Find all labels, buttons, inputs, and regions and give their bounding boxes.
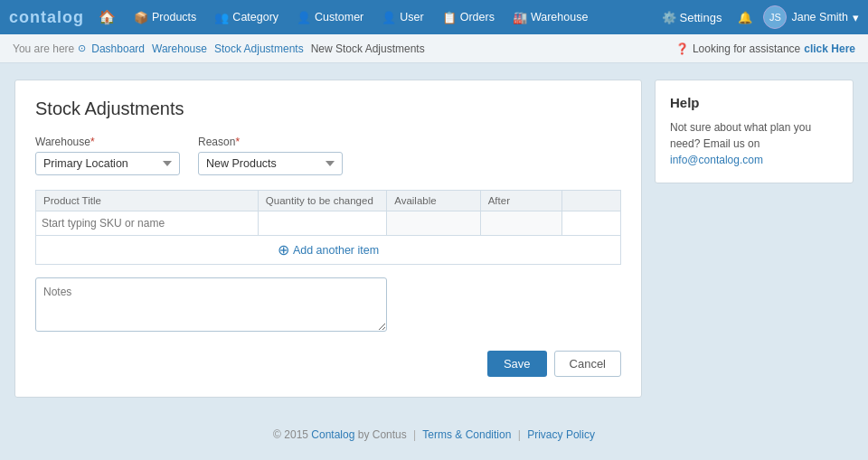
user-name: Jane Smith (791, 11, 848, 23)
stock-table: Product Title Quantity to be changed Ava… (35, 190, 621, 265)
nav-items: 📦 Products 👥 Category 👤 Customer 👤 User … (125, 0, 656, 34)
avatar-initials: JS (769, 12, 781, 23)
warehouse-group: Warehouse* Primary Location Secondary Lo… (35, 136, 180, 175)
help-circle-icon: ❓ (675, 42, 689, 55)
footer: © 2015 Contalog by Contus | Terms & Cond… (0, 414, 868, 450)
avatar: JS (763, 5, 787, 29)
nav-label-user: User (400, 11, 423, 23)
help-body: Not sure about what plan you need? Email… (670, 119, 838, 168)
nav-item-orders[interactable]: 📋 Orders (433, 0, 504, 34)
warehouse-icon: 🏭 (513, 11, 527, 24)
page-title: Stock Adjustments (35, 99, 621, 119)
footer-brand-link[interactable]: Contalog (311, 428, 354, 441)
qty-cell (258, 211, 386, 236)
footer-terms-link[interactable]: Terms & Condition (422, 428, 511, 441)
bell-nav-item[interactable]: 🔔 (732, 11, 758, 24)
nav-item-products[interactable]: 📦 Products (125, 0, 205, 34)
col-available: Available (387, 191, 481, 211)
help-link[interactable]: click Here (804, 42, 855, 55)
plus-icon: ⊕ (278, 241, 289, 258)
chevron-down-icon: ▾ (853, 11, 859, 24)
nav-item-customer[interactable]: 👤 Customer (288, 0, 373, 34)
logo-text: conta (9, 8, 57, 26)
reason-select[interactable]: New Products Damaged Returned Other (198, 152, 343, 175)
warehouse-select[interactable]: Primary Location Secondary Location (35, 152, 180, 175)
after-cell (480, 211, 562, 236)
add-item-label: Add another item (293, 244, 379, 257)
settings-icon: ⚙️ (662, 11, 676, 24)
reason-label: Reason* (198, 136, 343, 148)
products-icon: 📦 (134, 11, 148, 24)
footer-sep-2: | (518, 428, 521, 441)
category-icon: 👥 (214, 11, 229, 24)
breadcrumb-warehouse[interactable]: Warehouse (152, 42, 207, 55)
nav-right: ⚙️ Settings 🔔 JS Jane Smith ▾ (656, 5, 859, 29)
orders-icon: 📋 (442, 11, 457, 24)
form-actions: Save Cancel (35, 351, 621, 377)
add-item-row: ⊕ Add another item (36, 236, 621, 265)
nav-label-category: Category (232, 11, 278, 23)
sku-input[interactable] (42, 215, 252, 231)
notes-textarea[interactable] (35, 277, 387, 332)
help-text-body: Not sure about what plan you need? Email… (670, 121, 811, 150)
home-icon-bc: ⊙ (78, 42, 86, 54)
form-row-selects: Warehouse* Primary Location Secondary Lo… (35, 136, 621, 175)
qty-input[interactable] (264, 215, 381, 231)
nav-label-customer: Customer (315, 11, 363, 23)
brand-logo[interactable]: contalog (9, 8, 84, 27)
save-button[interactable]: Save (487, 351, 547, 377)
breadcrumb-help: ❓ Looking for assistance click Here (675, 42, 855, 55)
nav-label-orders: Orders (460, 11, 495, 23)
col-after: After (480, 191, 562, 211)
customer-icon: 👤 (297, 11, 311, 24)
reason-group: Reason* New Products Damaged Returned Ot… (198, 136, 343, 175)
action-cell (562, 211, 621, 236)
breadcrumb-label: You are here (13, 42, 74, 55)
footer-by: by Contus (358, 428, 407, 441)
nav-item-category[interactable]: 👥 Category (205, 0, 288, 34)
col-qty: Quantity to be changed (258, 191, 386, 211)
notes-section (35, 277, 621, 334)
help-title: Help (670, 95, 838, 110)
table-row (36, 211, 621, 236)
table-header-row: Product Title Quantity to be changed Ava… (36, 191, 621, 211)
nav-item-user[interactable]: 👤 User (373, 0, 432, 34)
main-content: Stock Adjustments Warehouse* Primary Loc… (0, 63, 868, 414)
user-icon: 👤 (382, 11, 396, 24)
add-item-cell: ⊕ Add another item (36, 236, 621, 265)
nav-label-warehouse: Warehouse (531, 11, 588, 23)
settings-label: Settings (679, 11, 722, 24)
product-title-cell (36, 211, 259, 236)
nav-label-products: Products (152, 11, 196, 23)
breadcrumb-current: New Stock Adjustments (311, 42, 425, 55)
user-menu[interactable]: JS Jane Smith ▾ (763, 5, 859, 29)
settings-nav-item[interactable]: ⚙️ Settings (656, 11, 727, 24)
help-text: Looking for assistance (693, 42, 800, 55)
warehouse-label: Warehouse* (35, 136, 180, 148)
home-nav-item[interactable]: 🏠 (90, 0, 125, 34)
navbar: contalog 🏠 📦 Products 👥 Category 👤 Custo… (0, 0, 868, 34)
footer-copy: © 2015 (273, 428, 308, 441)
footer-sep-1: | (413, 428, 416, 441)
breadcrumb-bar: You are here ⊙ Dashboard Warehouse Stock… (0, 34, 868, 63)
col-action (562, 191, 621, 211)
col-product-title: Product Title (36, 191, 259, 211)
bell-icon: 🔔 (738, 11, 752, 24)
add-item-button[interactable]: ⊕ Add another item (278, 241, 379, 258)
logo-accent: log (57, 8, 84, 26)
breadcrumb-home[interactable]: Dashboard (91, 42, 145, 55)
cancel-button[interactable]: Cancel (554, 351, 621, 377)
help-email-link[interactable]: info@contalog.com (670, 154, 763, 166)
nav-item-warehouse[interactable]: 🏭 Warehouse (504, 0, 597, 34)
help-panel: Help Not sure about what plan you need? … (655, 80, 854, 183)
footer-privacy-link[interactable]: Privacy Policy (527, 428, 595, 441)
form-panel: Stock Adjustments Warehouse* Primary Loc… (14, 80, 642, 398)
available-cell (387, 211, 481, 236)
breadcrumb-stock-adj[interactable]: Stock Adjustments (214, 42, 304, 55)
